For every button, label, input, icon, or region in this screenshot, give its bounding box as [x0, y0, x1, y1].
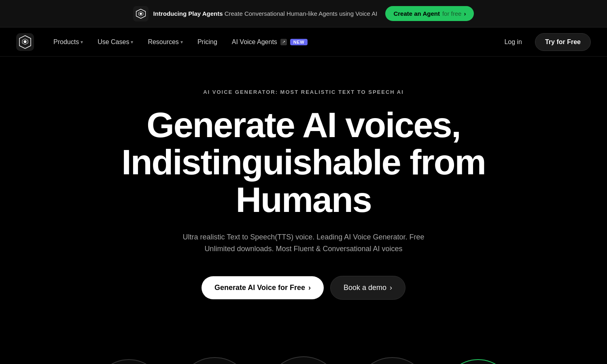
external-link-icon: ↗ — [280, 39, 287, 45]
login-link[interactable]: Log in — [498, 35, 528, 49]
generate-voice-button[interactable]: Generate AI Voice for Free › — [202, 276, 324, 299]
announcement-text: Introducing Play Agents Create Conversat… — [153, 10, 378, 17]
nav-item-resources[interactable]: Resources ▾ — [141, 35, 189, 49]
generate-voice-arrow-icon: › — [308, 284, 311, 292]
audio-circle-3[interactable]: ▶ — [265, 356, 342, 364]
nav-use-cases-label: Use Cases — [98, 38, 129, 46]
announcement-cta-suffix: for free — [442, 10, 462, 17]
book-demo-label: Book a demo — [344, 284, 386, 292]
announcement-cta-main: Create an Agent — [393, 10, 439, 17]
nav-item-products[interactable]: Products ▾ — [47, 35, 89, 49]
chevron-down-icon: ▾ — [180, 39, 183, 45]
announcement-cta-button[interactable]: Create an Agent for free › — [385, 6, 474, 21]
hero-subtitle-line2: Unlimited downloads. Most Fluent & Conve… — [204, 245, 402, 253]
book-demo-button[interactable]: Book a demo › — [330, 276, 405, 300]
hero-title: Generate AI voices, Indistinguishable fr… — [77, 106, 530, 218]
audio-circle-4[interactable]: ▶ — [355, 357, 430, 364]
book-demo-arrow-icon: › — [390, 284, 392, 292]
audio-circles-row: ▶ ▶ ▶ ▶ — [0, 356, 607, 364]
hero-title-line3: Humans — [236, 180, 371, 220]
chevron-down-icon: ▾ — [81, 39, 83, 45]
nav-links: Products ▾ Use Cases ▾ Resources ▾ Prici… — [47, 35, 498, 49]
audio-circle-5[interactable] — [443, 359, 514, 364]
generate-voice-label: Generate AI Voice for Free — [214, 284, 305, 292]
hero-title-line1: Generate AI voices, — [146, 105, 461, 145]
announcement-bar: Introducing Play Agents Create Conversat… — [0, 0, 607, 28]
announcement-logo-icon — [133, 6, 149, 21]
audio-circle-1[interactable]: ▶ — [93, 359, 164, 364]
nav-resources-label: Resources — [148, 38, 178, 46]
new-badge: NEW — [290, 39, 308, 45]
try-free-button[interactable]: Try for Free — [535, 33, 591, 51]
announcement-cta-arrow-icon: › — [464, 10, 466, 17]
announcement-intro-text: Create Conversational Human-like Agents … — [225, 10, 378, 17]
nav-pricing-label: Pricing — [197, 38, 217, 46]
nav-item-ai-voice-agents[interactable]: AI Voice Agents ↗ NEW — [225, 35, 314, 49]
navbar: Products ▾ Use Cases ▾ Resources ▾ Prici… — [0, 28, 607, 57]
chevron-down-icon: ▾ — [131, 39, 133, 45]
hero-title-line2: Indistinguishable from — [121, 142, 486, 182]
nav-logo-icon[interactable] — [16, 33, 34, 51]
nav-ai-agents-label: AI Voice Agents — [232, 38, 277, 46]
svg-point-1 — [140, 13, 142, 15]
announcement-intro-bold: Introducing Play Agents — [153, 10, 223, 17]
nav-products-label: Products — [53, 38, 79, 46]
hero-subtitle-line1: Ultra realistic Text to Speech(TTS) voic… — [183, 233, 424, 241]
nav-right: Log in Try for Free — [498, 33, 591, 51]
hero-subtitle: Ultra realistic Text to Speech(TTS) voic… — [178, 231, 429, 255]
hero-tag: AI VOICE GENERATOR: MOST REALISTIC TEXT … — [77, 89, 530, 95]
nav-item-pricing[interactable]: Pricing — [191, 35, 224, 49]
hero-buttons: Generate AI Voice for Free › Book a demo… — [77, 276, 530, 300]
hero-section: AI VOICE GENERATOR: MOST REALISTIC TEXT … — [61, 57, 546, 356]
svg-point-3 — [24, 40, 27, 43]
nav-item-use-cases[interactable]: Use Cases ▾ — [91, 35, 140, 49]
audio-circle-2[interactable]: ▶ — [177, 357, 252, 364]
